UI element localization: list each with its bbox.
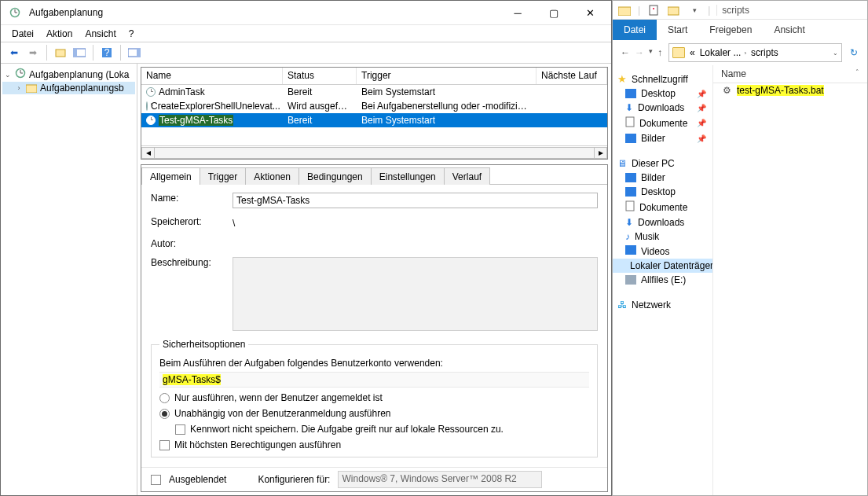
divider-icon: | (708, 5, 710, 16)
nav-item-downloads-pc[interactable]: ⬇Downloads (613, 215, 712, 230)
tab-einstellungen[interactable]: Einstellungen (371, 167, 445, 185)
navigation-pane[interactable]: ★Schnellzugriff Desktop📌 ⬇Downloads📌 Dok… (613, 65, 713, 495)
col-next[interactable]: Nächste Lauf (537, 68, 607, 84)
task-row[interactable]: AdminTask Bereit Beim Systemstart (141, 85, 607, 99)
opt-highest[interactable]: Mit höchsten Berechtigungen ausführen (159, 439, 589, 450)
nav-up-icon[interactable]: ↑ (657, 47, 662, 58)
col-trigger[interactable]: Trigger (357, 68, 537, 84)
ribbon-tabs: Datei Start Freigeben Ansicht (613, 20, 867, 40)
toolbar-action-2[interactable] (71, 44, 88, 61)
nav-forward-icon[interactable]: → (635, 47, 644, 58)
refresh-button[interactable]: ↻ (845, 47, 863, 58)
nav-item-pictures[interactable]: Bilder📌 (613, 131, 712, 145)
tab-trigger[interactable]: Trigger (200, 167, 247, 185)
properties-icon[interactable] (646, 3, 661, 17)
svg-rect-13 (26, 85, 37, 93)
chevron-right-icon: › (744, 50, 746, 57)
file-row[interactable]: ⚙ test-gMSA-Tasks.bat (713, 83, 867, 97)
label-description: Beschreibung: (151, 257, 223, 268)
tab-verlauf[interactable]: Verlauf (444, 167, 490, 185)
nav-item-documents-pc[interactable]: Dokumente (613, 199, 712, 215)
tab-ansicht[interactable]: Ansicht (763, 20, 815, 40)
address-box[interactable]: « Lokaler ...› scripts ⌄ (668, 43, 842, 62)
new-folder-icon[interactable] (667, 3, 681, 17)
field-name[interactable]: Test-gMSA-Tasks (233, 193, 598, 208)
nav-item-localdisk[interactable]: Lokaler Datenträger (613, 259, 712, 273)
nav-history-icon[interactable]: ▾ (649, 47, 653, 58)
scroll-right-icon[interactable]: ▸ (594, 147, 607, 159)
task-details: Allgemein Trigger Aktionen Bedingungen E… (141, 164, 608, 492)
nav-item-documents[interactable]: Dokumente📌 (613, 115, 712, 131)
minimize-button[interactable]: ─ (500, 1, 536, 24)
task-list: Name Status Trigger Nächste Lauf AdminTa… (141, 67, 608, 160)
help-button[interactable]: ? (98, 44, 115, 61)
nav-network[interactable]: 🖧Netzwerk (613, 295, 712, 312)
breadcrumb-item[interactable]: scripts (751, 47, 778, 58)
file-list[interactable]: Name ˄ ⚙ test-gMSA-Tasks.bat (713, 65, 867, 495)
expand-icon[interactable]: › (15, 84, 23, 92)
opt-loggedon[interactable]: Nur ausführen, wenn der Benutzer angemel… (159, 392, 589, 403)
tab-bedingungen[interactable]: Bedingungen (298, 167, 372, 185)
clock-icon (15, 68, 26, 81)
menu-help[interactable]: ? (124, 27, 139, 41)
opt-independent[interactable]: Unabhängig von der Benutzeranmeldung aus… (159, 408, 589, 419)
nav-item-music[interactable]: ♪Musik (613, 230, 712, 244)
tree-library-label: Aufgabenplanungsb (40, 83, 124, 94)
label-location: Speicherort: (151, 216, 223, 227)
nav-item-pictures-pc[interactable]: Bilder (613, 171, 712, 185)
download-icon: ⬇ (625, 217, 633, 228)
svg-rect-14 (618, 7, 631, 16)
tab-freigeben[interactable]: Freigeben (698, 20, 763, 40)
opt-nopass[interactable]: Kennwort nicht speichern. Die Aufgabe gr… (175, 424, 589, 435)
col-name[interactable]: Name (141, 68, 283, 84)
scroll-left-icon[interactable]: ◂ (141, 147, 155, 159)
tab-allgemein[interactable]: Allgemein (141, 167, 200, 185)
navigation-tree[interactable]: ⌄ Aufgabenplanung (Loka › Aufgabenplanun… (1, 64, 137, 495)
qat-dropdown-icon[interactable]: ▾ (687, 3, 701, 17)
close-button[interactable]: ✕ (572, 1, 608, 24)
col-name-header[interactable]: Name (721, 68, 855, 79)
tab-datei[interactable]: Datei (613, 20, 657, 40)
task-row-selected[interactable]: Test-gMSA-Tasks Bereit Beim Systemstart (141, 113, 607, 127)
menu-ansicht[interactable]: Ansicht (80, 27, 120, 41)
nav-item-downloads[interactable]: ⬇Downloads📌 (613, 101, 712, 115)
nav-item-allfiles[interactable]: Allfiles (E:) (613, 273, 712, 287)
svg-rect-19 (626, 201, 634, 211)
tree-root-label: Aufgabenplanung (Loka (29, 69, 129, 80)
scroll-track[interactable] (155, 147, 594, 159)
tab-start[interactable]: Start (657, 20, 698, 40)
task-row[interactable]: CreateExplorerShellUnelevat... Wird ausg… (141, 99, 607, 113)
dropdown-icon[interactable]: ⌄ (833, 50, 838, 57)
nav-item-desktop-pc[interactable]: Desktop (613, 185, 712, 199)
svg-rect-17 (668, 7, 679, 15)
select-configurefor[interactable]: Windows® 7, Windows Server™ 2008 R2 (338, 471, 542, 488)
nav-back-icon[interactable]: ← (621, 47, 630, 58)
menu-datei[interactable]: Datei (7, 27, 38, 41)
svg-rect-15 (650, 6, 657, 15)
nav-item-desktop[interactable]: Desktop📌 (613, 86, 712, 101)
checkbox-hidden[interactable] (151, 475, 161, 485)
task-name: AdminTask (159, 86, 205, 97)
horizontal-scrollbar[interactable]: ◂ ▸ (141, 145, 607, 159)
collapse-icon[interactable]: ⌄ (4, 71, 12, 79)
titlebar[interactable]: Aufgabenplanung ─ ▢ ✕ (1, 1, 611, 24)
col-status[interactable]: Status (283, 68, 357, 84)
nav-quickaccess[interactable]: ★Schnellzugriff (613, 68, 712, 86)
tree-root[interactable]: ⌄ Aufgabenplanung (Loka (2, 67, 135, 82)
field-description[interactable] (233, 257, 598, 331)
file-column-header[interactable]: Name ˄ (713, 65, 867, 83)
maximize-button[interactable]: ▢ (536, 1, 572, 24)
task-status: Bereit (283, 115, 357, 126)
nav-thispc[interactable]: 🖥Dieser PC (613, 153, 712, 171)
menu-aktion[interactable]: Aktion (42, 27, 77, 41)
toolbar-action-1[interactable] (52, 44, 69, 61)
detail-tabs: Allgemein Trigger Aktionen Bedingungen E… (141, 165, 607, 185)
tab-aktionen[interactable]: Aktionen (245, 167, 299, 185)
back-button[interactable]: ⬅ (5, 44, 23, 61)
nav-item-videos[interactable]: Videos (613, 244, 712, 259)
forward-button[interactable]: ➡ (24, 44, 42, 61)
tree-library[interactable]: › Aufgabenplanungsb (2, 82, 135, 94)
folder-icon (617, 3, 632, 17)
breadcrumb-item[interactable]: Lokaler ...› (700, 47, 746, 58)
toolbar-action-3[interactable] (126, 44, 143, 61)
